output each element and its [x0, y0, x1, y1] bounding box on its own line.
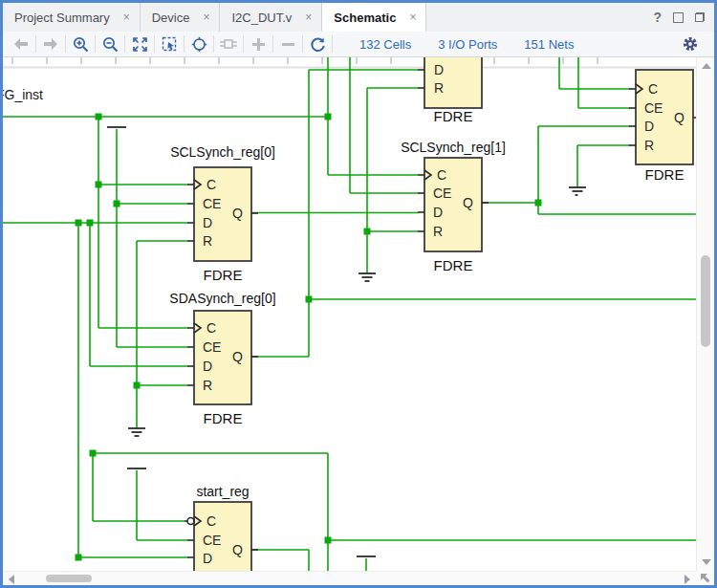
port-label-d: D	[644, 119, 654, 134]
port-label-c: C	[437, 167, 446, 183]
vivado-window: Project Summary × Device × I2C_DUT.v × S…	[0, 0, 717, 588]
scroll-up-icon[interactable]	[702, 63, 711, 69]
tab-i2c-dut[interactable]: I2C_DUT.v ×	[220, 3, 322, 32]
tab-label: I2C_DUT.v	[231, 11, 292, 25]
port-label-c: C	[206, 177, 216, 192]
cell-type-label: FDRE	[434, 257, 473, 273]
horizontal-scrollbar[interactable]	[3, 571, 696, 585]
next-button[interactable]	[38, 33, 63, 54]
window-controls: ?	[653, 3, 714, 32]
port-label-r: R	[203, 233, 212, 249]
help-icon[interactable]: ?	[653, 10, 662, 25]
scroll-left-icon[interactable]	[9, 575, 14, 584]
port-label-q: Q	[674, 110, 684, 125]
scroll-right-icon[interactable]	[684, 575, 690, 584]
port-label-r: R	[433, 224, 443, 239]
vertical-scroll-thumb[interactable]	[701, 255, 710, 347]
port-label-d: D	[203, 551, 212, 566]
tab-project-summary[interactable]: Project Summary ×	[3, 3, 141, 32]
instance-label: FG_inst	[3, 87, 43, 102]
tab-label: Schematic	[334, 11, 396, 25]
port-label-ce: CE	[203, 339, 221, 355]
tab-label: Device	[152, 11, 190, 25]
cell-type-label: FDRE	[645, 166, 684, 183]
io-ports-link[interactable]: 3 I/O Ports	[438, 37, 497, 52]
close-icon[interactable]: ×	[123, 11, 130, 24]
schematic-wires	[3, 57, 696, 571]
port-label-q: Q	[463, 195, 473, 210]
port-label-ce: CE	[203, 196, 221, 211]
close-icon[interactable]: ×	[305, 11, 312, 24]
zoom-in-button[interactable]	[68, 33, 93, 54]
close-icon[interactable]: ×	[409, 11, 416, 24]
port-label-c: C	[648, 81, 658, 97]
schematic-canvas[interactable]: FG_inst	[3, 57, 696, 571]
close-icon[interactable]: ×	[203, 11, 209, 24]
port-label-ce: CE	[433, 185, 451, 201]
schematic-drawing: FG_inst	[3, 57, 696, 571]
cell-name-label: SDASynch_reg[0]	[169, 291, 275, 306]
cell-fdre-top[interactable]: D R FDRE	[418, 57, 482, 124]
zoom-fit-button[interactable]	[127, 33, 152, 54]
autofit-selection-button[interactable]	[186, 33, 211, 54]
port-label-d: D	[203, 359, 212, 374]
cell-name-label: start_reg	[196, 484, 249, 499]
port-label-c: C	[206, 320, 216, 336]
port-label-ce: CE	[203, 533, 221, 548]
cell-type-label: FDRE	[204, 410, 243, 426]
add-button[interactable]	[246, 33, 271, 54]
maximize-window-icon[interactable]	[695, 12, 705, 22]
tab-bar: Project Summary × Device × I2C_DUT.v × S…	[3, 3, 714, 33]
cell-name-label: SCLSynch_reg[1]	[401, 140, 506, 155]
port-label-q: Q	[232, 349, 243, 364]
cell-sdasynch-reg0[interactable]: SDASynch_reg[0] C CE D R Q FDRE	[169, 291, 275, 426]
float-window-icon[interactable]	[673, 12, 684, 23]
schematic-toolbar: 132 Cells 3 I/O Ports 151 Nets	[3, 32, 714, 57]
cell-type-label: FDRE	[434, 108, 473, 124]
port-label-r: R	[434, 80, 444, 96]
port-label-ce: CE	[644, 100, 663, 116]
cell-type-label: FDRE	[204, 267, 243, 283]
schematic-stats: 132 Cells 3 I/O Ports 151 Nets	[359, 37, 574, 52]
settings-gear-icon[interactable]	[678, 33, 703, 54]
nets-link[interactable]: 151 Nets	[524, 37, 574, 52]
zoom-to-selection-button[interactable]	[157, 33, 182, 54]
port-label-d: D	[433, 205, 443, 220]
cell-fdre-right[interactable]: C CE D R Q FDRE	[629, 70, 696, 183]
tab-label: Project Summary	[14, 11, 110, 25]
port-label-d: D	[434, 62, 444, 77]
cell-name-label: SCLSynch_reg[0]	[170, 144, 275, 160]
scroll-corner-widget[interactable]	[696, 571, 714, 585]
cell-start-reg[interactable]: start_reg C CE D Q	[185, 484, 258, 571]
expand-cone-button[interactable]	[216, 33, 241, 54]
cells-link[interactable]: 132 Cells	[359, 37, 411, 52]
tab-device[interactable]: Device ×	[141, 3, 221, 32]
zoom-out-button[interactable]	[98, 33, 122, 54]
tab-schematic[interactable]: Schematic ×	[322, 3, 426, 32]
origin-arrow-icon	[700, 573, 711, 584]
previous-button[interactable]	[9, 33, 33, 54]
port-label-r: R	[203, 378, 212, 393]
cell-sclsynch-reg1[interactable]: SCLSynch_reg[1] C CE D R Q FDRE	[401, 140, 506, 273]
port-label-q: Q	[232, 542, 243, 557]
port-label-c: C	[206, 513, 216, 529]
port-label-q: Q	[232, 206, 243, 221]
port-label-r: R	[644, 138, 654, 153]
vertical-scrollbar[interactable]	[696, 57, 714, 571]
port-label-d: D	[203, 215, 212, 230]
scroll-down-icon[interactable]	[702, 559, 711, 565]
remove-button[interactable]	[275, 33, 300, 54]
horizontal-scroll-thumb[interactable]	[46, 575, 92, 582]
cell-sclsynch-reg0[interactable]: SCLSynch_reg[0] C CE D R Q FDRE	[170, 144, 275, 283]
regenerate-button[interactable]	[305, 33, 330, 54]
